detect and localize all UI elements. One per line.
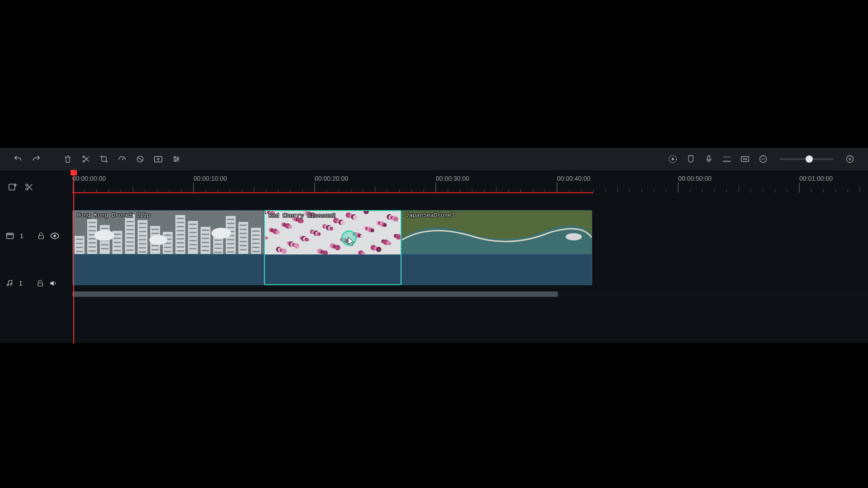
timeline-panel: 00:00:00:0000:00:10:0000:00:20:0000:00:3… [0,148,868,343]
audio-track-header[interactable]: 1 [0,274,72,292]
svg-rect-107 [101,228,108,229]
svg-point-89 [10,283,12,285]
timeline-clip[interactable]: Red Cherry Blossom2 [264,210,401,285]
audio-mixer-button[interactable] [718,148,736,170]
svg-rect-127 [126,245,133,247]
clip-audio-lane [265,254,401,284]
delete-button[interactable] [59,148,77,170]
crop-button[interactable] [95,148,113,170]
svg-rect-103 [89,242,96,244]
svg-rect-162 [189,224,197,225]
timeline-clip[interactable]: Hong Kong Drone5 Clip [72,210,264,285]
mute-track-button[interactable] [49,279,58,288]
svg-point-348 [265,237,268,239]
svg-point-334 [340,221,345,225]
svg-rect-167 [189,244,197,245]
video-track-row[interactable]: Hong Kong Drone5 ClipRed Cherry Blossom2… [72,210,868,286]
clip-label: Red Cherry Blossom2 [269,212,335,219]
svg-rect-114 [114,234,121,235]
svg-rect-140 [151,233,159,234]
scrollbar-thumb[interactable] [72,291,558,297]
svg-rect-173 [202,242,209,243]
record-voiceover-button[interactable] [700,148,718,170]
svg-point-336 [388,242,391,245]
video-track-header[interactable]: 1 [0,197,72,274]
undo-button[interactable] [9,148,27,170]
svg-point-345 [330,227,333,230]
svg-rect-121 [126,221,133,222]
svg-rect-100 [89,230,96,231]
zoom-in-button[interactable] [841,148,859,170]
svg-rect-99 [89,226,96,227]
playhead[interactable] [73,172,74,343]
svg-rect-158 [177,242,184,244]
svg-rect-143 [151,245,159,246]
svg-rect-90 [38,283,43,286]
toggle-razor-button[interactable] [21,176,37,198]
timeline-ruler[interactable]: 00:00:00:0000:00:10:0000:00:20:0000:00:3… [72,173,868,194]
svg-rect-172 [202,238,209,239]
svg-rect-105 [89,250,96,252]
svg-point-333 [317,232,321,236]
svg-rect-195 [240,233,247,234]
svg-point-337 [276,230,280,234]
svg-rect-144 [151,249,159,250]
zoom-to-fit-button[interactable] [736,148,754,170]
svg-rect-191 [227,251,234,253]
svg-rect-146 [164,235,171,236]
svg-rect-188 [227,239,234,240]
lock-track-button[interactable] [37,232,45,240]
redo-button[interactable] [27,148,45,170]
ruler-time-label: 00:00:30:00 [436,175,469,182]
export-frame-button[interactable] [149,148,167,170]
svg-rect-203 [252,239,259,240]
add-marker-button[interactable] [682,148,700,170]
color-correction-button[interactable] [131,148,149,170]
svg-rect-95 [76,247,83,248]
svg-point-342 [394,217,398,221]
zoom-out-button[interactable] [754,148,772,170]
ruler-time-label: 00:00:20:00 [315,175,348,182]
svg-rect-179 [215,244,222,245]
svg-rect-139 [151,229,159,230]
svg-rect-206 [252,251,259,252]
svg-point-341 [371,229,374,232]
timeline-zoom-slider[interactable] [779,158,834,160]
track-visibility-button[interactable] [50,231,60,241]
cursor-icon [348,237,356,247]
svg-rect-190 [227,247,234,249]
svg-rect-132 [139,231,146,232]
svg-point-347 [376,247,382,252]
svg-rect-171 [202,234,209,235]
svg-rect-174 [202,246,209,247]
svg-point-343 [282,249,287,254]
svg-point-214 [212,228,231,239]
svg-rect-202 [252,235,259,236]
ruler-time-label: 00:00:10:00 [193,175,227,182]
timeline-horizontal-scrollbar[interactable] [72,291,868,297]
svg-point-346 [353,215,357,220]
lock-audio-track-button[interactable] [36,279,44,287]
svg-rect-163 [189,228,197,229]
svg-rect-181 [215,252,222,253]
svg-rect-116 [114,242,121,243]
timeline-tracks-area[interactable]: Hong Kong Drone5 ClipRed Cherry Blossom2… [72,197,868,333]
add-track-button[interactable] [5,176,21,198]
svg-rect-178 [215,239,222,241]
svg-rect-175 [202,250,209,251]
svg-rect-159 [177,246,184,248]
zoom-slider-handle[interactable] [806,155,813,163]
clip-audio-lane [73,254,264,285]
timeline-clip[interactable]: JapanSeaDrone3 [401,210,592,285]
render-preview-button[interactable] [664,148,682,170]
svg-rect-124 [126,233,133,235]
svg-rect-118 [114,250,121,251]
clip-audio-lane [402,254,592,285]
svg-rect-98 [89,222,96,223]
speed-button[interactable] [113,148,131,170]
adjust-properties-button[interactable] [167,148,185,170]
svg-point-344 [307,239,309,241]
svg-rect-155 [177,230,184,231]
split-button[interactable] [77,148,95,170]
svg-point-355 [294,243,299,249]
